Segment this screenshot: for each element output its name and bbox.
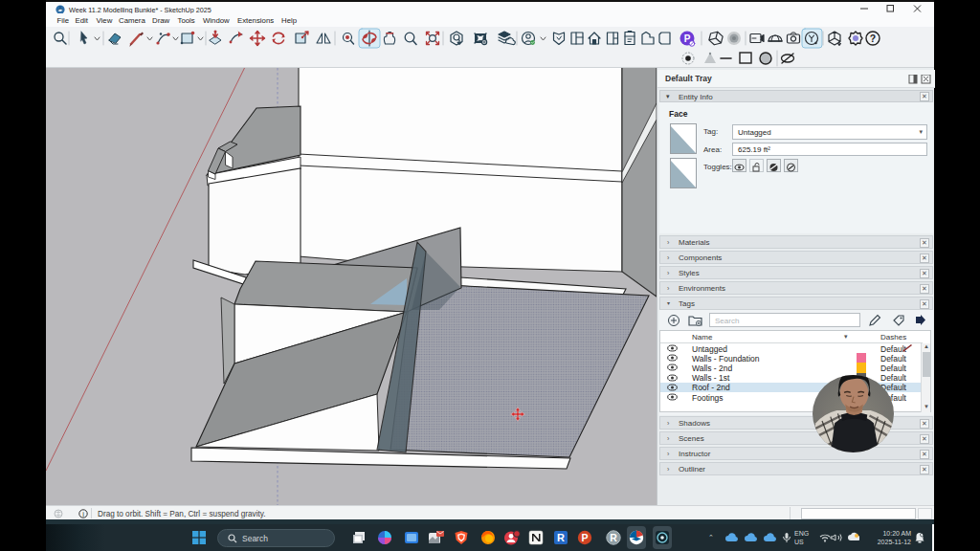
svg-text:R: R [610,532,617,543]
svg-text:R: R [557,532,565,543]
svg-text:i: i [82,510,84,518]
svg-text:P: P [581,532,588,543]
svg-text:?: ? [870,33,876,44]
